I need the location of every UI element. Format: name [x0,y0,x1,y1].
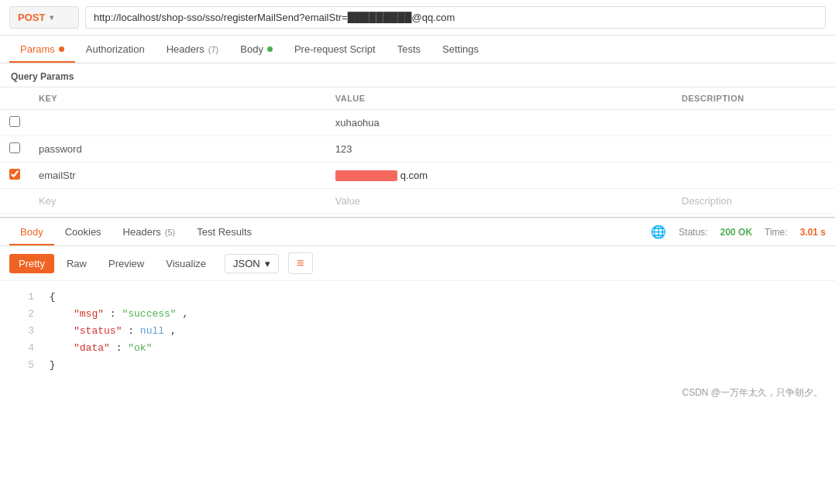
time-label: Time: [765,227,788,238]
response-tab-headers[interactable]: Headers (5) [112,218,187,245]
method-label: POST [18,12,45,23]
placeholder-key[interactable]: Key [29,189,326,214]
raw-button[interactable]: Raw [57,254,96,273]
row3-checkbox[interactable] [9,169,20,180]
tab-prerequest[interactable]: Pre-request Script [283,36,387,63]
method-selector[interactable]: POST ▾ [9,6,79,29]
visualize-button[interactable]: Visualize [156,254,215,273]
row3-desc[interactable] [672,163,835,189]
row3-key[interactable]: emailStr [29,163,326,189]
table-row: password 123 [0,136,835,163]
status-label: Status: [679,227,707,238]
preview-button[interactable]: Preview [99,254,153,273]
json-chevron-icon: ▾ [265,258,270,269]
row3-value[interactable]: q.com [326,163,672,189]
chevron-down-icon: ▾ [50,13,53,22]
col-desc-header: DESCRIPTION [672,87,835,110]
body-dot [267,46,273,52]
tab-headers[interactable]: Headers (7) [156,36,230,63]
row1-checkbox-cell[interactable] [0,110,29,136]
params-table: KEY VALUE DESCRIPTION xuhaohua [0,87,835,214]
response-headers-badge: (5) [165,228,175,237]
redacted-suffix: q.com [400,170,428,181]
json-line-5: 5 } [12,357,823,374]
tab-authorization[interactable]: Authorization [75,36,156,63]
row2-desc[interactable] [672,136,835,163]
tab-tests[interactable]: Tests [387,36,431,63]
json-line-3: 3 "status" : null , [12,323,823,340]
tab-body[interactable]: Body [229,36,283,63]
format-bar: Pretty Raw Preview Visualize JSON ▾ ≡ [0,246,835,281]
response-tab-cookies[interactable]: Cookies [54,218,112,245]
tab-params[interactable]: Params [9,36,75,63]
response-section: Body Cookies Headers (5) Test Results 🌐 … [0,217,835,382]
json-line-1: 1 { [12,289,823,306]
time-value: 3.01 s [800,227,826,238]
wrap-icon: ≡ [297,256,304,270]
json-line-2: 2 "msg" : "success" , [12,306,823,323]
response-tab-body[interactable]: Body [9,218,54,245]
pretty-button[interactable]: Pretty [9,254,54,273]
table-row-placeholder: Key Value Description [0,189,835,214]
row1-checkbox[interactable] [9,116,20,127]
row1-value[interactable]: xuhaohua [326,110,672,136]
row1-key[interactable] [29,110,326,136]
json-format-label: JSON [233,258,260,269]
col-check [0,87,29,110]
table-row: xuhaohua [0,110,835,136]
params-dot [59,46,64,52]
placeholder-value[interactable]: Value [326,189,672,214]
url-input[interactable] [85,6,826,29]
request-tabs: Params Authorization Headers (7) Body Pr… [0,36,835,63]
url-bar: POST ▾ [0,0,835,36]
globe-icon: 🌐 [651,225,666,239]
placeholder-desc[interactable]: Description [672,189,835,214]
row2-checkbox-cell[interactable] [0,136,29,163]
row2-key[interactable]: password [29,136,326,163]
col-value-header: VALUE [326,87,672,110]
response-tab-testresults[interactable]: Test Results [186,218,263,245]
col-key-header: KEY [29,87,326,110]
response-tabs: Body Cookies Headers (5) Test Results 🌐 … [0,218,835,246]
response-status: 🌐 Status: 200 OK Time: 3.01 s [651,225,826,239]
table-row: emailStr q.com [0,163,835,189]
status-value: 200 OK [720,227,752,238]
json-format-select[interactable]: JSON ▾ [225,254,279,273]
row3-checkbox-cell[interactable] [0,163,29,189]
watermark: CSDN @一万年太久，只争朝夕。 [0,382,835,404]
row1-desc[interactable] [672,110,835,136]
tab-settings[interactable]: Settings [431,36,490,63]
row2-value[interactable]: 123 [326,136,672,163]
headers-badge: (7) [208,45,218,54]
row2-checkbox[interactable] [9,142,20,153]
json-line-4: 4 "data" : "ok" [12,340,823,357]
query-params-title: Query Params [0,63,835,87]
redacted-block [335,170,397,181]
wrap-button[interactable]: ≡ [288,252,313,274]
json-output: 1 { 2 "msg" : "success" , 3 "status" : n… [0,281,835,382]
